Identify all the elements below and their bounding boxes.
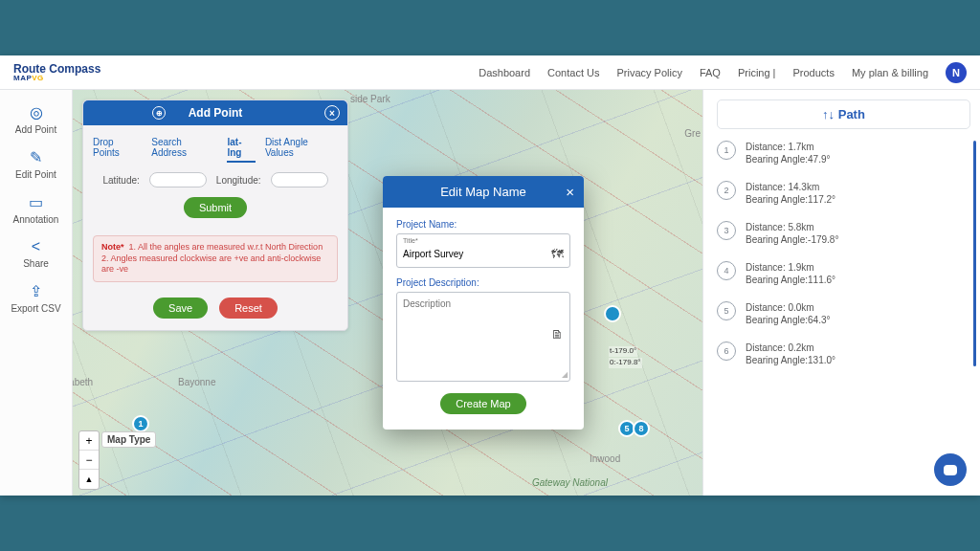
nav-plan[interactable]: My plan & billing <box>852 67 928 78</box>
note-box: Note* 1. All the angles are measured w.r… <box>93 235 338 282</box>
tab-search-address[interactable]: Search Address <box>151 137 217 163</box>
tab-dist-angle[interactable]: Dist Angle Values <box>265 137 338 163</box>
latitude-input[interactable] <box>149 172 207 187</box>
chat-bubble-button[interactable] <box>934 453 967 486</box>
close-icon[interactable]: × <box>566 184 574 200</box>
project-name-label: Project Name: <box>396 219 570 230</box>
add-point-form: Latitude: Longitude: Submit <box>83 168 347 228</box>
add-point-title: Add Point <box>189 106 243 120</box>
path-node[interactable]: 4Distance: 1.9kmBearing Angle:111.6° <box>717 261 970 286</box>
title-field-wrapper: Title* 🗺 <box>396 233 570 268</box>
target-icon: ◎ <box>30 103 43 121</box>
pencil-icon: ✎ <box>30 148 42 166</box>
path-node[interactable]: 6Distance: 0.2kmBearing Angle:131.0° <box>717 342 970 366</box>
target-icon: ⊕ <box>152 106 166 120</box>
node-text: Distance: 1.7kmBearing Angle:47.9° <box>746 141 831 165</box>
top-nav: Dashboard Contact Us Privacy Policy FAQ … <box>479 62 967 83</box>
sidebar-item-addpoint[interactable]: ◎Add Point <box>15 103 56 135</box>
add-point-header: ⊕ Add Point × <box>83 100 347 125</box>
zoom-controls: + − ▲ <box>78 430 100 490</box>
title-tiny-label: Title* <box>403 237 564 244</box>
node-text: Distance: 0.0kmBearing Angle:64.3° <box>746 301 831 326</box>
note-text: 1. All the angles are measured w.r.t Nor… <box>101 242 323 274</box>
sidebar-label: Annotation <box>13 214 59 225</box>
sidebar-item-share[interactable]: <Share <box>23 238 49 269</box>
nav-pricing[interactable]: Pricing | <box>738 67 776 78</box>
tab-lat-lng[interactable]: lat-lng <box>227 137 255 163</box>
comment-icon: ▭ <box>29 193 43 211</box>
nav-products[interactable]: Products <box>792 67 834 78</box>
project-desc-input[interactable] <box>403 298 540 344</box>
resize-handle-icon[interactable]: ◢ <box>562 370 568 379</box>
nav-contact[interactable]: Contact Us <box>547 67 599 78</box>
close-icon[interactable]: × <box>324 105 340 121</box>
content-area: ◎Add Point ✎Edit Point ▭Annotation <Shar… <box>0 90 980 496</box>
node-number: 2 <box>717 181 736 200</box>
top-bar: Route Compass MAPVG Dashboard Contact Us… <box>0 55 980 90</box>
node-text: Distance: 1.9kmBearing Angle:111.6° <box>746 261 835 286</box>
avatar[interactable]: N <box>946 62 967 83</box>
map-annotation-lng: 0:-179.8° <box>609 358 642 368</box>
node-text: Distance: 0.2kmBearing Angle:131.0° <box>746 342 835 366</box>
path-node[interactable]: 3Distance: 5.8kmBearing Angle:-179.8° <box>717 221 970 246</box>
sidebar-item-exportcsv[interactable]: ⇪Export CSV <box>11 282 60 314</box>
create-map-button[interactable]: Create Map <box>440 393 525 414</box>
node-number: 3 <box>717 221 736 240</box>
add-point-panel: ⊕ Add Point × Drop Points Search Address… <box>82 99 348 331</box>
node-number: 6 <box>717 342 736 361</box>
zoom-out-button[interactable]: − <box>79 451 99 470</box>
node-number: 5 <box>717 301 736 320</box>
path-header[interactable]: ↑↓ Path <box>717 99 970 129</box>
node-number: 4 <box>717 261 736 280</box>
sidebar-label: Export CSV <box>11 303 60 314</box>
reset-button[interactable]: Reset <box>219 298 278 319</box>
path-node[interactable]: 5Distance: 0.0kmBearing Angle:64.3° <box>717 301 970 326</box>
sidebar-label: Share <box>23 258 49 269</box>
logo-subtext: MAPVG <box>13 75 100 82</box>
node-text: Distance: 5.8kmBearing Angle:-179.8° <box>746 221 838 246</box>
logo: Route Compass MAPVG <box>13 63 100 82</box>
path-panel: ↑↓ Path 1Distance: 1.7kmBearing Angle:47… <box>702 90 980 496</box>
node-number: 1 <box>717 141 736 160</box>
submit-button[interactable]: Submit <box>184 197 247 218</box>
longitude-input[interactable] <box>271 172 328 187</box>
map-pin-extra[interactable] <box>604 305 621 322</box>
path-node[interactable]: 1Distance: 1.7kmBearing Angle:47.9° <box>717 141 970 165</box>
modal-title: Edit Map Name <box>440 185 526 199</box>
map-icon: 🗺 <box>551 247 564 261</box>
save-button[interactable]: Save <box>153 298 208 319</box>
map-pin-1[interactable]: 1 <box>132 415 149 432</box>
share-icon: < <box>32 238 40 255</box>
project-desc-label: Project Description: <box>396 277 570 288</box>
zoom-in-button[interactable]: + <box>79 431 99 451</box>
nav-privacy[interactable]: Privacy Policy <box>616 67 681 78</box>
north-arrow-button[interactable]: ▲ <box>79 470 99 489</box>
nav-dashboard[interactable]: Dashboard <box>479 67 530 78</box>
path-node[interactable]: 2Distance: 14.3kmBearing Angle:117.2° <box>717 181 970 206</box>
sidebar-label: Edit Point <box>15 169 56 180</box>
nav-faq[interactable]: FAQ <box>700 67 721 78</box>
path-list: 1Distance: 1.7kmBearing Angle:47.9° 2Dis… <box>717 141 970 366</box>
modal-body: Project Name: Title* 🗺 Project Descripti… <box>383 208 584 430</box>
node-text: Distance: 14.3kmBearing Angle:117.2° <box>746 181 835 206</box>
latitude-label: Latitude: <box>102 175 139 186</box>
project-name-input[interactable] <box>403 249 540 259</box>
export-icon: ⇪ <box>30 282 42 300</box>
tab-drop-points[interactable]: Drop Points <box>93 137 142 163</box>
longitude-label: Longitude: <box>216 175 261 186</box>
document-icon: 🗎 <box>551 327 564 342</box>
desc-field-wrapper: 🗎 ◢ <box>396 292 570 382</box>
add-point-tabs: Drop Points Search Address lat-lng Dist … <box>83 125 347 168</box>
map-annotation-lat: t-179.0° <box>609 346 637 357</box>
sidebar-item-annotation[interactable]: ▭Annotation <box>13 193 59 225</box>
left-sidebar: ◎Add Point ✎Edit Point ▭Annotation <Shar… <box>0 90 73 496</box>
edit-map-name-modal: Edit Map Name × Project Name: Title* 🗺 P… <box>383 176 584 430</box>
add-point-actions: Save Reset <box>83 290 347 330</box>
sidebar-label: Add Point <box>15 124 56 135</box>
modal-header: Edit Map Name × <box>383 176 584 208</box>
note-label: Note* <box>101 242 124 252</box>
map-type-selector[interactable]: Map Type <box>101 431 156 448</box>
map-pin-8[interactable]: 8 <box>633 420 650 437</box>
app-window: Route Compass MAPVG Dashboard Contact Us… <box>0 55 980 496</box>
sidebar-item-editpoint[interactable]: ✎Edit Point <box>15 148 56 180</box>
